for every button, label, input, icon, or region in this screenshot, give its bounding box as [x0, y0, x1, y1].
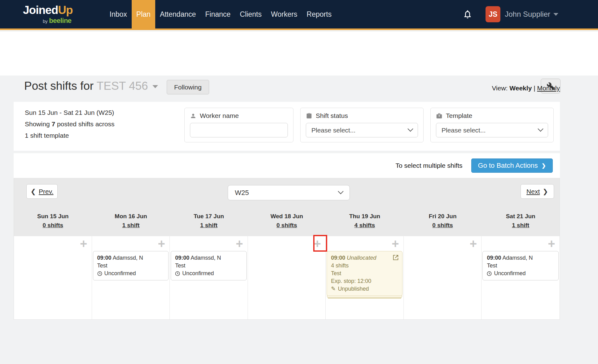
- week-navigation-strip: ❮ Prev. W25 Next ❯ Sun 15 Jun0 shifts Mo…: [14, 178, 560, 236]
- logo-by: by: [43, 19, 48, 24]
- day-date: Mon 16 Jun: [92, 213, 170, 220]
- day-count-link[interactable]: 0 shifts: [43, 222, 64, 229]
- add-shift-button[interactable]: +: [546, 238, 557, 249]
- day-count-link[interactable]: 4 shifts: [354, 222, 375, 229]
- shift-status-select[interactable]: Please select...: [306, 123, 418, 137]
- day-header-wed: Wed 18 Jun0 shifts: [248, 213, 326, 229]
- view-divider: |: [534, 84, 535, 92]
- day-column-sun: +: [14, 236, 92, 319]
- day-column-tue: + 09:00 Adamssd, N Test Unconfirmed: [170, 236, 248, 319]
- day-count-link[interactable]: 1 shift: [122, 222, 139, 229]
- filter-panel: Sun 15 Jun - Sat 21 Jun (W25) Showing 7 …: [14, 102, 560, 151]
- day-date: Wed 18 Jun: [248, 213, 326, 220]
- day-header-row: Sun 15 Jun0 shifts Mon 16 Jun1 shift Tue…: [14, 213, 560, 229]
- day-column-sat: + 09:00 Adamssd, N Test Unconfirmed: [481, 236, 560, 319]
- template-filter-label: Template: [446, 112, 472, 119]
- shift-status: Unpublished: [338, 285, 369, 293]
- shift-status: Unconfirmed: [104, 270, 136, 277]
- day-date: Tue 17 Jun: [170, 213, 248, 220]
- add-shift-button[interactable]: +: [234, 238, 245, 249]
- view-toggle: View: Weekly | Monthly: [492, 84, 560, 92]
- shift-template: Test: [175, 262, 242, 270]
- prev-week-button[interactable]: ❮ Prev.: [26, 184, 58, 199]
- add-shift-button[interactable]: +: [467, 238, 479, 249]
- shift-exp-stop: Exp. stop: 12:00: [331, 277, 398, 285]
- worker-filter-label: Worker name: [200, 112, 239, 119]
- joinedup-logo[interactable]: JoinedUp by beeline: [23, 0, 73, 28]
- add-shift-button[interactable]: +: [311, 238, 323, 249]
- week-summary: Sun 15 Jun - Sat 21 Jun (W25) Showing 7 …: [25, 107, 115, 141]
- status-filter-label-row: Shift status: [306, 112, 418, 119]
- shift-status: Unconfirmed: [182, 270, 214, 277]
- shift-card[interactable]: 09:00 Adamssd, N Test Unconfirmed: [93, 251, 169, 280]
- shift-status: Unconfirmed: [494, 270, 525, 277]
- day-header-sat: Sat 21 Jun1 shift: [481, 213, 560, 229]
- add-shift-button[interactable]: +: [78, 238, 90, 249]
- navbar-right: JS John Supplier: [463, 0, 558, 28]
- template-select[interactable]: Please select...: [436, 123, 548, 137]
- worker-name-input[interactable]: [190, 123, 288, 137]
- week-select[interactable]: W25: [228, 185, 350, 200]
- shift-worker: Adamssd, N: [113, 255, 143, 261]
- notifications-button[interactable]: [463, 9, 473, 19]
- summary-range: Sun 15 Jun - Sat 21 Jun (W25): [25, 107, 115, 118]
- user-menu-chevron-icon[interactable]: [553, 13, 558, 16]
- top-navbar: JoinedUp by beeline Inbox Plan Attendanc…: [0, 0, 598, 30]
- chevron-down-icon: [338, 188, 343, 194]
- shift-status-row: Unconfirmed: [175, 270, 242, 277]
- card-line-title: 09:00 Unallocated: [331, 254, 398, 262]
- user-name[interactable]: John Supplier: [505, 10, 550, 19]
- shift-count: 4 shifts: [331, 262, 398, 270]
- next-week-button[interactable]: Next ❯: [521, 184, 554, 199]
- shift-status-value: Please select...: [311, 127, 355, 134]
- card-line-worker: 09:00 Adamssd, N: [97, 254, 165, 262]
- nav-item-reports[interactable]: Reports: [302, 0, 336, 28]
- shift-time: 09:00: [331, 255, 345, 261]
- add-shift-button[interactable]: +: [389, 238, 401, 249]
- template-filter: Template Please select...: [430, 108, 554, 142]
- prev-label: Prev.: [39, 188, 53, 195]
- go-to-batch-actions-button[interactable]: Go to Batch Actions ❯: [471, 158, 553, 173]
- nav-item-attendance[interactable]: Attendance: [155, 0, 200, 28]
- day-date: Sun 15 Jun: [14, 213, 92, 220]
- view-monthly-link[interactable]: Monthly: [537, 84, 560, 92]
- day-date: Fri 20 Jun: [404, 213, 482, 220]
- card-line-worker: 09:00 Adamssd, N: [487, 254, 554, 262]
- clipboard-icon: [306, 113, 312, 119]
- nav-item-workers[interactable]: Workers: [266, 0, 302, 28]
- shift-time: 09:00: [97, 255, 112, 261]
- shift-status-row: Unconfirmed: [487, 270, 554, 277]
- bell-icon: [463, 9, 473, 19]
- logo-byline: by beeline: [23, 17, 73, 24]
- nav-item-clients[interactable]: Clients: [235, 0, 266, 28]
- week-select-value: W25: [235, 189, 249, 197]
- plan-page: JoinedUp by beeline Inbox Plan Attendanc…: [0, 0, 598, 364]
- day-count-link[interactable]: 0 shifts: [432, 222, 453, 229]
- view-label: View:: [492, 84, 508, 92]
- add-shift-button[interactable]: +: [156, 238, 167, 249]
- template-filter-label-row: Template: [436, 112, 548, 119]
- day-count-link[interactable]: 1 shift: [512, 222, 529, 229]
- shift-card[interactable]: 09:00 Adamssd, N Test Unconfirmed: [171, 251, 247, 280]
- unallocated-shift-card[interactable]: 09:00 Unallocated 4 shifts Test Exp. sto…: [327, 251, 402, 296]
- nav-item-plan[interactable]: Plan: [132, 0, 155, 28]
- nav-item-finance[interactable]: Finance: [200, 0, 235, 28]
- nav-item-inbox[interactable]: Inbox: [105, 0, 132, 28]
- briefcase-icon: [436, 113, 442, 119]
- chevron-right-icon: ❯: [543, 188, 548, 195]
- shift-card[interactable]: 09:00 Adamssd, N Test Unconfirmed: [482, 251, 559, 280]
- shift-status-filter: Shift status Please select...: [300, 108, 424, 142]
- user-avatar[interactable]: JS: [486, 6, 500, 22]
- open-shift-button[interactable]: [392, 254, 399, 263]
- day-count-link[interactable]: 0 shifts: [276, 222, 297, 229]
- summary-template: 1 shift template: [25, 130, 115, 141]
- shift-status-row: Unconfirmed: [97, 270, 165, 277]
- client-dropdown-icon[interactable]: [152, 85, 158, 88]
- main-nav-menu: Inbox Plan Attendance Finance Clients Wo…: [105, 0, 336, 28]
- chevron-down-icon: [407, 126, 413, 132]
- external-link-icon: [392, 254, 399, 261]
- page-title: Post shifts for TEST 456: [24, 80, 158, 93]
- card-line-worker: 09:00 Adamssd, N: [175, 254, 242, 262]
- day-count-link[interactable]: 1 shift: [200, 222, 218, 229]
- following-button[interactable]: Following: [167, 80, 209, 94]
